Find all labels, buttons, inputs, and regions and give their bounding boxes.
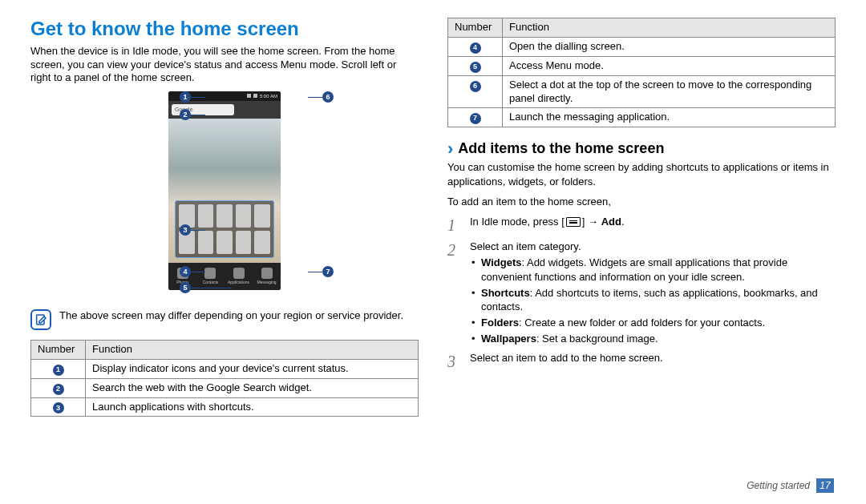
to-add-line: To add an item to the home screen, (447, 195, 836, 208)
intro-paragraph: When the device is in Idle mode, you wil… (30, 45, 419, 85)
callout-5: 5 (180, 282, 191, 293)
app-icon (254, 204, 270, 228)
table-header-number: Number (31, 340, 86, 359)
row-badge: 1 (53, 365, 64, 376)
table-header-number: Number (448, 18, 503, 38)
table-row: 3 Launch applications with shortcuts. (31, 397, 419, 417)
callout-line (191, 115, 205, 115)
app-icon (216, 204, 233, 228)
callout-3: 3 (180, 224, 191, 236)
app-icon (236, 204, 252, 228)
callout-line (191, 288, 231, 288)
battery-icon (253, 94, 257, 98)
row-badge: 2 (53, 384, 64, 395)
row-func: Display indicator icons and your device'… (86, 359, 419, 378)
signal-icon (247, 94, 251, 98)
menu-key-icon (566, 217, 581, 227)
callout-line (308, 97, 322, 98)
status-time: 5:00 AM (260, 94, 277, 99)
phone-screenshot-diagram: 1 2 3 4 5 6 7 5:00 AM Google (30, 91, 419, 300)
subsection-title: Add items to the home screen (458, 140, 664, 157)
callout-4: 4 (180, 266, 191, 277)
table-header-function: Function (503, 18, 836, 38)
note-row: The above screen may differ depending on… (30, 309, 419, 330)
category-options: Widgets: Add widgets. Widgets are small … (470, 256, 836, 345)
callout-2: 2 (180, 109, 191, 120)
table-row: 5 Access Menu mode. (448, 56, 836, 75)
callout-6: 6 (322, 91, 334, 103)
callout-line (191, 272, 205, 272)
row-func: Select a dot at the top of the screen to… (503, 75, 836, 108)
callout-1: 1 (180, 91, 191, 103)
step-number: 2 (447, 240, 462, 348)
option-folders: Folders: Create a new folder or add fold… (481, 316, 836, 329)
step-body: Select an item category. Widgets: Add wi… (470, 240, 836, 348)
app-icon (236, 231, 252, 254)
section-title: Get to know the home screen (30, 18, 419, 40)
note-text: The above screen may differ depending on… (59, 309, 403, 323)
dock-applications: Applications (228, 268, 249, 284)
step-2: 2 Select an item category. Widgets: Add … (447, 240, 836, 348)
subsection-heading: › Add items to the home screen (447, 140, 836, 157)
phone-mockup: 5:00 AM Google (168, 91, 281, 290)
step-3: 3 Select an item to add to the home scre… (447, 351, 836, 373)
row-badge: 5 (470, 62, 481, 73)
row-badge: 6 (470, 81, 481, 92)
row-badge: 3 (53, 402, 64, 413)
option-wallpapers: Wallpapers: Set a background image. (481, 332, 836, 345)
step-1: 1 In Idle mode, press [] → Add. (447, 215, 836, 236)
left-column: Get to know the home screen When the dev… (30, 18, 419, 466)
note-icon (30, 309, 51, 330)
app-icon (254, 231, 270, 254)
callout-line (191, 97, 205, 98)
page-number: 17 (816, 478, 834, 493)
table-header-function: Function (86, 340, 419, 359)
callout-line (191, 230, 205, 231)
step-number: 1 (447, 215, 462, 236)
table-row: 6 Select a dot at the top of the screen … (448, 75, 836, 108)
table-row: 1 Display indicator icons and your devic… (31, 359, 419, 378)
app-icon (198, 204, 214, 228)
function-table-right: Number Function 4 Open the dialling scre… (447, 18, 836, 127)
subsection-intro: You can customise the home screen by add… (447, 160, 836, 187)
table-row: 7 Launch the messaging application. (448, 108, 836, 127)
callout-7: 7 (322, 266, 334, 277)
function-table-left: Number Function 1 Display indicator icon… (30, 340, 419, 417)
row-func: Open the dialling screen. (503, 37, 836, 56)
option-widgets: Widgets: Add widgets. Widgets are small … (481, 256, 836, 283)
dock-messaging: Messaging (257, 268, 276, 284)
row-func: Launch applications with shortcuts. (86, 397, 419, 417)
step-number: 3 (447, 351, 462, 373)
footer-section-name: Getting started (747, 480, 810, 491)
step-body: In Idle mode, press [] → Add. (470, 215, 836, 236)
callout-line (308, 272, 322, 272)
table-row: 4 Open the dialling screen. (448, 37, 836, 56)
right-column: Number Function 4 Open the dialling scre… (447, 18, 836, 466)
app-icon (216, 231, 233, 254)
row-func: Launch the messaging application. (503, 108, 836, 127)
page-footer: Getting started 17 (747, 478, 834, 493)
table-row: 2 Search the web with the Google Search … (31, 378, 419, 397)
phone-wallpaper (168, 119, 281, 263)
row-badge: 4 (470, 42, 481, 54)
row-badge: 7 (470, 113, 481, 124)
step-body: Select an item to add to the home screen… (470, 351, 836, 373)
row-func: Access Menu mode. (503, 56, 836, 75)
dock-contacts: Contacts (203, 268, 219, 284)
row-func: Search the web with the Google Search wi… (86, 378, 419, 397)
app-icon (198, 231, 214, 254)
option-shortcuts: Shortcuts: Add shortcuts to items, such … (481, 286, 836, 313)
